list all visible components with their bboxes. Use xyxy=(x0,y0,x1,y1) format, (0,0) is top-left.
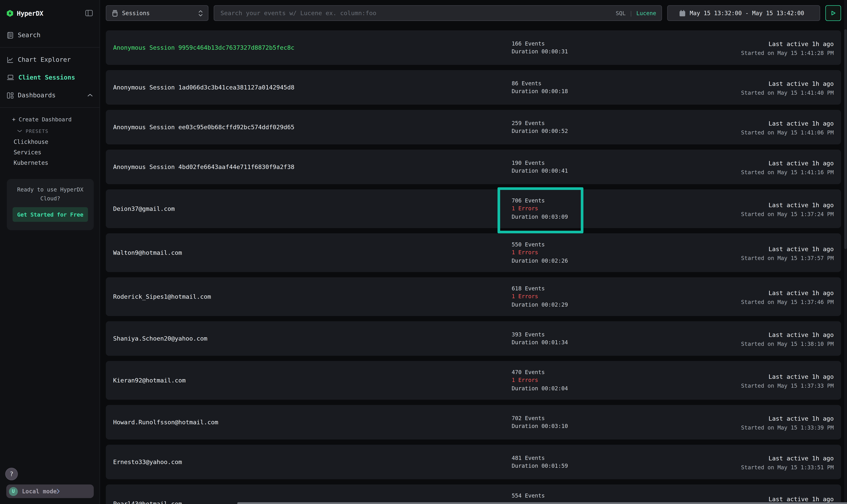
session-name: Shaniya.Schoen20@yahoo.com xyxy=(113,335,512,342)
sidebar-item-chart-explorer[interactable]: Chart Explorer xyxy=(0,51,100,69)
session-last-active: Last active 1h ago xyxy=(741,330,834,339)
session-last-active: Last active 1h ago xyxy=(741,414,834,422)
chevron-right-icon xyxy=(57,489,60,494)
session-row[interactable]: Anonymous Session 4bd02fe6643aaf44e711f6… xyxy=(106,150,841,184)
session-events: 554 Events xyxy=(512,492,545,500)
session-started: Started on May 15 1:38:10 PM xyxy=(741,340,834,347)
session-started: Started on May 15 1:41:40 PM xyxy=(741,89,834,95)
sidebar-divider xyxy=(0,107,100,108)
session-last-active: Last active 1h ago xyxy=(741,245,834,253)
session-row[interactable]: Deion37@gmail.com 706 Events 1 Errors Du… xyxy=(106,190,841,228)
session-row[interactable]: Anonymous Session ee03c95e0b68cffd92bc57… xyxy=(106,110,841,144)
sidebar-divider xyxy=(0,47,100,48)
search-input[interactable] xyxy=(214,10,616,17)
session-events: 393 Events xyxy=(512,330,568,339)
chevron-down-icon xyxy=(17,130,22,132)
session-started: Started on May 15 1:41:28 PM xyxy=(741,50,834,56)
sidebar-item-dashboards[interactable]: Dashboards xyxy=(0,86,100,104)
local-mode-label: Local mode xyxy=(22,488,57,495)
presets-toggle[interactable]: PRESETS xyxy=(0,126,100,137)
session-events: 86 Events xyxy=(512,79,568,88)
session-duration: Duration 00:03:10 xyxy=(512,422,568,430)
presets-label: PRESETS xyxy=(25,128,49,134)
session-name: Anonymous Session 1ad066d3c3b41cea381127… xyxy=(113,84,512,91)
get-started-button[interactable]: Get Started for Free xyxy=(13,207,88,222)
session-row[interactable]: Anonymous Session 1ad066d3c3b41cea381127… xyxy=(106,70,841,105)
session-duration: Duration 00:01:59 xyxy=(512,462,568,470)
session-duration: Duration 00:02:26 xyxy=(512,257,568,265)
session-name: Anonymous Session 9959c464b13dc7637327d8… xyxy=(113,44,512,51)
session-last-active: Last active 1h ago xyxy=(741,79,834,88)
calendar-icon xyxy=(679,10,686,17)
session-row[interactable]: Shaniya.Schoen20@yahoo.com 393 Events Du… xyxy=(106,321,841,356)
main-area: Sessions SQL | Lucene May 15 13:32:00 - … xyxy=(100,0,847,504)
lucene-mode-toggle[interactable]: Lucene xyxy=(636,10,656,16)
sidebar-item-search[interactable]: Search xyxy=(0,26,100,44)
mode-divider: | xyxy=(629,10,633,16)
sidebar-item-kubernetes[interactable]: Kubernetes xyxy=(0,158,100,168)
session-duration: Duration 00:01:34 xyxy=(512,339,568,347)
session-last-active: Last active 1h ago xyxy=(741,201,834,209)
local-mode-button[interactable]: U Local mode xyxy=(6,484,94,498)
session-row[interactable]: Roderick_Sipes1@hotmail.com 618 Events 1… xyxy=(106,277,841,316)
session-row[interactable]: Ernesto33@yahoo.com 481 Events Duration … xyxy=(106,445,841,479)
session-events: 702 Events xyxy=(512,414,568,422)
session-events: 259 Events xyxy=(512,119,568,127)
session-last-active: Last active 1h ago xyxy=(741,289,834,297)
sql-mode-toggle[interactable]: SQL xyxy=(616,10,626,16)
session-started: Started on May 15 1:37:33 PM xyxy=(741,382,834,389)
sidebar-collapse-button[interactable] xyxy=(85,10,93,16)
session-row[interactable]: Anonymous Session 9959c464b13dc7637327d8… xyxy=(106,30,841,65)
date-range-picker[interactable]: May 15 13:32:00 - May 15 13:42:00 xyxy=(667,5,820,21)
sidebar-item-label: Chart Explorer xyxy=(18,56,71,63)
source-select[interactable]: Sessions xyxy=(106,5,208,21)
play-icon xyxy=(830,10,836,16)
session-name: Howard.Runolfsson@hotmail.com xyxy=(113,418,512,426)
session-name: Anonymous Session ee03c95e0b68cffd92bc57… xyxy=(113,124,512,131)
create-dashboard-button[interactable]: + Create Dashboard xyxy=(0,113,100,126)
session-row[interactable]: Howard.Runolfsson@hotmail.com 702 Events… xyxy=(106,405,841,439)
laptop-icon xyxy=(7,74,14,80)
session-name: Roderick_Sipes1@hotmail.com xyxy=(113,293,512,300)
plus-icon: + xyxy=(12,116,16,123)
session-name: Kieran92@hotmail.com xyxy=(113,377,512,384)
sidebar-item-label: Search xyxy=(18,31,40,39)
session-events: 166 Events xyxy=(512,40,568,48)
sidebar-item-client-sessions[interactable]: Client Sessions xyxy=(0,69,100,86)
sidebar-item-label: Client Sessions xyxy=(18,74,75,81)
app-root: HyperDX Search Chart Explorer C xyxy=(0,0,847,504)
session-started: Started on May 15 1:37:57 PM xyxy=(741,255,834,261)
source-select-value: Sessions xyxy=(122,10,150,17)
cloud-promo-text: Cloud? xyxy=(12,194,88,203)
session-row[interactable]: Walton9@hotmail.com 550 Events 1 Errors … xyxy=(106,233,841,272)
session-duration: Duration 00:00:31 xyxy=(512,48,568,56)
session-errors: 1 Errors xyxy=(512,376,568,384)
session-name: Deion37@gmail.com xyxy=(113,205,512,212)
session-duration: Duration 00:00:41 xyxy=(512,167,568,175)
horizontal-scrollbar-thumb[interactable] xyxy=(237,502,847,504)
session-events: 190 Events xyxy=(512,159,568,167)
session-row[interactable]: Kieran92@hotmail.com 470 Events 1 Errors… xyxy=(106,361,841,400)
sidebar-item-clickhouse[interactable]: Clickhouse xyxy=(0,137,100,147)
date-range-value: May 15 13:32:00 - May 15 13:42:00 xyxy=(690,10,804,17)
session-last-active: Last active 1h ago xyxy=(741,454,834,462)
session-row[interactable]: Pearl43@hotmail.com 554 Events Last acti… xyxy=(106,484,841,504)
sidebar-header: HyperDX xyxy=(0,0,100,26)
search-bar[interactable]: SQL | Lucene xyxy=(214,5,662,21)
create-dashboard-label: Create Dashboard xyxy=(19,116,72,122)
session-duration: Duration 00:00:52 xyxy=(512,127,568,135)
sidebar-item-services[interactable]: Services xyxy=(0,147,100,158)
session-last-active: Last active 1h ago xyxy=(741,159,834,167)
chart-line-icon xyxy=(7,56,14,63)
vertical-scrollbar-thumb[interactable] xyxy=(844,29,847,249)
session-events: 481 Events xyxy=(512,454,568,462)
session-duration: Duration 00:03:09 xyxy=(512,213,568,221)
session-started: Started on May 15 1:33:51 PM xyxy=(741,464,834,470)
panel-collapse-icon xyxy=(85,10,93,16)
session-errors: 1 Errors xyxy=(512,249,568,257)
session-name: Anonymous Session 4bd02fe6643aaf44e711f6… xyxy=(113,163,512,170)
chevron-up-icon xyxy=(87,94,93,97)
session-name: Walton9@hotmail.com xyxy=(113,249,512,256)
run-search-button[interactable] xyxy=(825,5,841,21)
help-button[interactable]: ? xyxy=(5,468,18,480)
